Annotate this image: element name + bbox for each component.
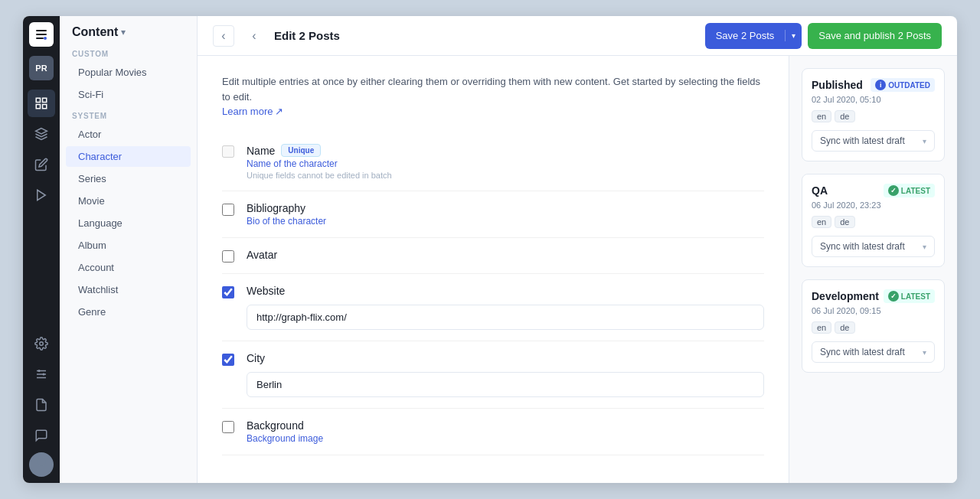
env-name-published: Published bbox=[812, 79, 863, 91]
env-card-development: Development ✓ LATEST 06 Jul 2020, 09:15 … bbox=[802, 279, 945, 373]
field-label-website: Website bbox=[247, 285, 764, 297]
sidebar-item-account[interactable]: Account bbox=[66, 257, 191, 278]
unique-badge: Unique bbox=[281, 144, 321, 157]
nav-edit[interactable] bbox=[28, 151, 55, 178]
sidebar-title: Content bbox=[72, 25, 118, 39]
lang-tag-de-qa: de bbox=[835, 216, 854, 228]
env-sync-label-published: Sync with latest draft bbox=[820, 135, 905, 146]
field-row-name: Name Unique Name of the character Unique… bbox=[222, 133, 764, 191]
sidebar-item-genre[interactable]: Genre bbox=[66, 302, 191, 322]
field-label-bibliography: Bibliography bbox=[247, 202, 764, 214]
nav-content[interactable] bbox=[28, 90, 55, 117]
sidebar-item-language[interactable]: Language bbox=[66, 213, 191, 233]
env-badge-qa: ✓ LATEST bbox=[884, 184, 935, 197]
env-header-development: Development ✓ LATEST bbox=[812, 289, 935, 303]
app-logo[interactable] bbox=[29, 22, 54, 47]
project-selector[interactable]: PR bbox=[29, 56, 54, 80]
svg-point-0 bbox=[44, 37, 47, 40]
env-sync-published[interactable]: Sync with latest draft ▾ bbox=[812, 130, 935, 152]
field-note-name: Unique fields cannot be edited in batch bbox=[247, 171, 764, 180]
field-checkbox-city[interactable] bbox=[222, 354, 234, 366]
field-info-city: City bbox=[247, 352, 764, 397]
env-badge-development: ✓ LATEST bbox=[884, 289, 935, 303]
env-header-qa: QA ✓ LATEST bbox=[812, 184, 935, 197]
nav-media[interactable] bbox=[28, 181, 55, 209]
field-row-city: City bbox=[222, 341, 764, 409]
field-input-website[interactable] bbox=[247, 305, 764, 330]
content-dropdown-icon[interactable]: ▾ bbox=[121, 27, 126, 38]
sidebar-header: Content ▾ bbox=[60, 16, 197, 44]
env-card-published: Published i OUTDATED 02 Jul 2020, 05:10 … bbox=[802, 68, 945, 161]
svg-rect-4 bbox=[43, 105, 47, 109]
nav-plugins[interactable] bbox=[28, 330, 55, 357]
field-row-background: Background Background image bbox=[222, 409, 764, 455]
env-badge-published: i OUTDATED bbox=[871, 78, 935, 92]
sidebar-item-series[interactable]: Series bbox=[66, 168, 191, 189]
user-avatar[interactable] bbox=[29, 452, 54, 477]
env-name-qa: QA bbox=[812, 184, 828, 197]
svg-rect-1 bbox=[36, 98, 40, 102]
sidebar-item-character[interactable]: Character bbox=[66, 146, 191, 167]
sidebar-item-album[interactable]: Album bbox=[66, 235, 191, 256]
publish-button[interactable]: Save and publish 2 Posts bbox=[808, 23, 942, 49]
sidebar: Content ▾ Custom Popular Movies Sci-Fi S… bbox=[60, 16, 198, 483]
right-panel: Published i OUTDATED 02 Jul 2020, 05:10 … bbox=[789, 56, 957, 483]
form-area: Edit multiple entries at once by either … bbox=[198, 56, 789, 483]
lang-tag-de-development: de bbox=[835, 321, 854, 334]
nav-assets[interactable] bbox=[28, 120, 55, 148]
svg-point-12 bbox=[43, 373, 45, 376]
svg-marker-5 bbox=[36, 129, 47, 135]
learn-more-text: Learn more bbox=[222, 106, 273, 117]
env-langs-qa: en de bbox=[812, 216, 935, 228]
field-info-avatar: Avatar bbox=[247, 249, 764, 263]
nav-comments[interactable] bbox=[28, 422, 55, 449]
sidebar-item-sci-fi[interactable]: Sci-Fi bbox=[66, 84, 191, 105]
env-header-published: Published i OUTDATED bbox=[812, 78, 935, 92]
sidebar-item-movie[interactable]: Movie bbox=[66, 191, 191, 211]
field-checkbox-website[interactable] bbox=[222, 286, 234, 298]
field-info-website: Website bbox=[247, 285, 764, 330]
env-date-development: 06 Jul 2020, 09:15 bbox=[812, 306, 935, 315]
learn-more-link[interactable]: Learn more ↗ bbox=[222, 106, 283, 117]
env-sync-development[interactable]: Sync with latest draft ▾ bbox=[812, 341, 935, 363]
nav-logs[interactable] bbox=[28, 391, 55, 419]
sidebar-item-popular-movies[interactable]: Popular Movies bbox=[66, 62, 191, 83]
field-desc-bibliography: Bio of the character bbox=[247, 216, 764, 227]
env-name-development: Development bbox=[812, 290, 879, 302]
field-row-avatar: Avatar bbox=[222, 238, 764, 274]
field-row-bibliography: Bibliography Bio of the character bbox=[222, 191, 764, 238]
outdated-icon: i bbox=[875, 80, 886, 90]
latest-icon-qa: ✓ bbox=[888, 185, 899, 196]
nav-settings[interactable] bbox=[28, 360, 55, 388]
env-sync-label-development: Sync with latest draft bbox=[820, 347, 905, 357]
svg-point-7 bbox=[40, 342, 44, 346]
env-sync-label-qa: Sync with latest draft bbox=[820, 241, 905, 252]
content-body: Edit multiple entries at once by either … bbox=[198, 56, 957, 483]
page-title: Edit 2 Posts bbox=[274, 29, 696, 42]
field-input-city[interactable] bbox=[247, 372, 764, 397]
field-desc-background: Background image bbox=[247, 433, 764, 444]
svg-marker-6 bbox=[38, 190, 46, 201]
sidebar-item-watchlist[interactable]: Watchlist bbox=[66, 279, 191, 300]
icon-bar: PR bbox=[23, 16, 60, 483]
field-checkbox-name[interactable] bbox=[222, 145, 234, 158]
save-dropdown-icon[interactable]: ▾ bbox=[786, 31, 802, 40]
field-checkbox-background[interactable] bbox=[222, 421, 234, 433]
save-button-group[interactable]: Save 2 Posts ▾ bbox=[705, 23, 802, 49]
sidebar-item-actor[interactable]: Actor bbox=[66, 124, 191, 145]
field-info-background: Background Background image bbox=[247, 419, 764, 444]
env-sync-caret-development: ▾ bbox=[923, 348, 926, 357]
field-desc-name: Name of the character bbox=[247, 158, 764, 169]
env-sync-qa[interactable]: Sync with latest draft ▾ bbox=[812, 236, 935, 257]
env-langs-published: en de bbox=[812, 110, 935, 122]
field-info-bibliography: Bibliography Bio of the character bbox=[247, 202, 764, 227]
field-checkbox-avatar[interactable] bbox=[222, 250, 234, 263]
svg-rect-3 bbox=[36, 105, 40, 109]
nav-prev-button[interactable]: ‹ bbox=[213, 25, 234, 47]
latest-icon-development: ✓ bbox=[888, 291, 899, 302]
env-date-qa: 06 Jul 2020, 23:23 bbox=[812, 201, 935, 210]
save-button[interactable]: Save 2 Posts bbox=[705, 30, 786, 41]
nav-back-button[interactable]: ‹ bbox=[243, 25, 265, 47]
field-checkbox-bibliography[interactable] bbox=[222, 204, 234, 216]
sidebar-section-system: System bbox=[60, 106, 197, 123]
